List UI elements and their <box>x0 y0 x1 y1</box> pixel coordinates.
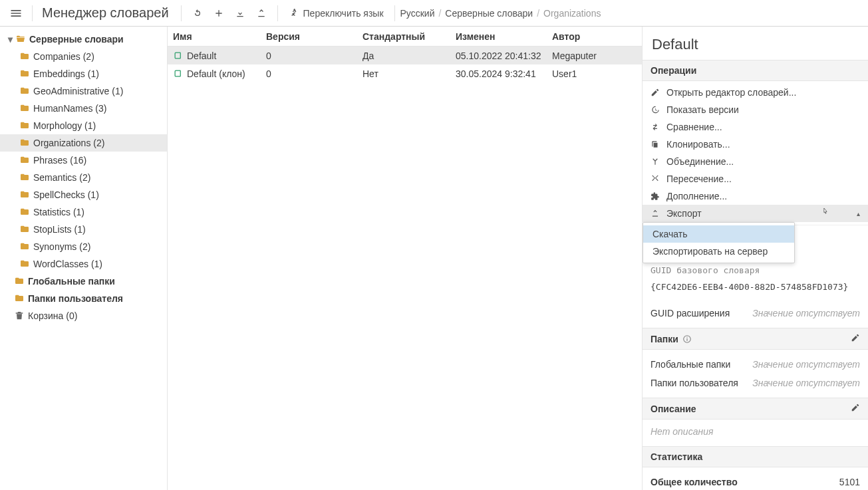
table-header: Имя Версия Стандартный Изменен Автор <box>168 27 642 47</box>
col-version[interactable]: Версия <box>266 31 362 42</box>
export-button[interactable] <box>251 3 272 24</box>
cell-modified: 05.10.2022 20:41:32 <box>456 51 552 61</box>
tree-item[interactable]: Companies (2) <box>0 48 167 65</box>
compare-icon <box>651 122 660 132</box>
upload-icon <box>651 209 660 218</box>
col-name[interactable]: Имя <box>173 31 266 42</box>
tree-item[interactable]: Semantics (2) <box>0 169 167 186</box>
base-guid-label-cut: GUID базового словаря <box>651 265 860 277</box>
tree-item[interactable]: GeoAdministrative (1) <box>0 82 167 100</box>
cell-standard: Нет <box>362 68 456 79</box>
tree-item[interactable]: Statistics (1) <box>0 203 167 221</box>
col-modified[interactable]: Изменен <box>456 31 552 42</box>
tree-user-folders[interactable]: Папки пользователя <box>0 290 167 307</box>
export-to-server[interactable]: Экспортировать на сервер <box>643 243 794 260</box>
pencil-icon <box>851 403 860 412</box>
tree-item-label: Morphology (1) <box>31 120 96 131</box>
book-icon <box>173 51 183 61</box>
total-label: Общее количество <box>651 477 738 487</box>
tree-root-label: Серверные словари <box>27 34 124 45</box>
tree-item-label: Synonyms (2) <box>31 241 90 252</box>
book-icon <box>173 68 183 78</box>
breadcrumb-language[interactable]: Русский <box>400 8 435 19</box>
tree-item-label: Organizations (2) <box>31 138 104 148</box>
folder-icon <box>13 293 25 304</box>
tree-item[interactable]: SpellChecks (1) <box>0 186 167 203</box>
tree-item-label: HumanNames (3) <box>31 103 106 114</box>
user-folders-label: Папки пользователя <box>651 378 738 388</box>
pencil-icon <box>651 88 660 97</box>
tree-item-label: Companies (2) <box>31 51 94 62</box>
cell-name: Default (клон) <box>187 68 245 79</box>
tree-item-label: GeoAdministrative (1) <box>31 86 123 96</box>
tree-trash-label: Корзина (0) <box>25 310 77 321</box>
description-empty: Нет описания <box>643 420 868 446</box>
tree-item[interactable]: Organizations (2) <box>0 134 167 152</box>
add-button[interactable] <box>208 3 229 24</box>
op-clone[interactable]: Клонировать... <box>643 136 868 153</box>
folder-icon <box>19 155 31 166</box>
tree-item[interactable]: Phrases (16) <box>0 152 167 169</box>
tree-item-label: StopLists (1) <box>31 224 86 235</box>
import-button[interactable] <box>229 3 251 24</box>
total-value: 5101 <box>839 477 860 487</box>
tree-user-label: Папки пользователя <box>25 293 123 304</box>
ext-guid-label: GUID расширения <box>651 308 730 318</box>
description-header: Описание <box>643 398 868 420</box>
folder-icon <box>19 259 31 269</box>
caret-up-icon: ▴ <box>857 210 860 217</box>
col-author[interactable]: Автор <box>552 31 642 42</box>
cell-name: Default <box>187 51 216 61</box>
export-submenu: Скачать Экспортировать на сервер <box>643 222 795 263</box>
tree-global-label: Глобальные папки <box>25 276 115 287</box>
tree-item[interactable]: StopLists (1) <box>0 221 167 238</box>
base-guid-value: {CFC42DE6-EEB4-40D0-882D-574858FD1073} <box>643 282 868 299</box>
menu-button[interactable] <box>5 3 27 24</box>
cell-author: User1 <box>552 68 642 79</box>
sidebar: ▾ Серверные словари Companies (2)Embeddi… <box>0 27 168 490</box>
export-download[interactable]: Скачать <box>643 225 794 243</box>
breadcrumb-current: Organizations <box>543 8 601 19</box>
tree-item[interactable]: Synonyms (2) <box>0 238 167 255</box>
op-open-editor[interactable]: Открыть редактор словарей... <box>643 84 868 101</box>
folder-icon <box>19 189 31 200</box>
folders-edit-button[interactable] <box>851 333 860 344</box>
caret-down-icon: ▾ <box>5 34 15 45</box>
tree-global-folders[interactable]: Глобальные папки <box>0 273 167 290</box>
table-row[interactable]: Default (клон)0Нет30.05.2024 9:32:41User… <box>168 64 642 82</box>
op-merge[interactable]: Объединение... <box>643 153 868 170</box>
tree-root-server-dictionaries[interactable]: ▾ Серверные словари <box>0 31 167 48</box>
op-export[interactable]: Экспорт ▴ Скачать Экспортировать на серв… <box>643 205 868 222</box>
cell-standard: Да <box>362 51 456 61</box>
info-icon[interactable] <box>682 334 692 344</box>
intersect-icon <box>651 174 660 184</box>
op-show-versions[interactable]: Показать версии <box>643 101 868 118</box>
op-complement[interactable]: Дополнение... <box>643 187 868 205</box>
global-folders-label: Глобальные папки <box>651 359 730 370</box>
folder-icon <box>13 276 25 287</box>
pencil-icon <box>851 333 860 342</box>
tree-item[interactable]: WordClasses (1) <box>0 255 167 273</box>
operations-header: Операции <box>643 60 868 81</box>
tree-item[interactable]: Morphology (1) <box>0 117 167 134</box>
switch-language-button[interactable]: Переключить язык <box>283 3 389 24</box>
tree-item[interactable]: Embeddings (1) <box>0 65 167 82</box>
cell-author: Megaputer <box>552 51 642 61</box>
folder-icon <box>19 51 31 62</box>
folder-icon <box>19 224 31 235</box>
breadcrumb-folder[interactable]: Серверные словари <box>445 8 533 19</box>
tree-item[interactable]: HumanNames (3) <box>0 100 167 117</box>
col-standard[interactable]: Стандартный <box>362 31 456 42</box>
folder-icon <box>19 207 31 217</box>
op-intersect[interactable]: Пересечение... <box>643 170 868 187</box>
table-row[interactable]: Default0Да05.10.2022 20:41:32Megaputer <box>168 47 642 64</box>
copy-icon <box>651 140 660 149</box>
translate-icon <box>289 8 299 19</box>
description-edit-button[interactable] <box>851 403 860 414</box>
tree-trash[interactable]: Корзина (0) <box>0 307 167 324</box>
cursor-pointer-icon <box>821 207 830 217</box>
merge-icon <box>651 157 660 166</box>
tree-item-label: Semantics (2) <box>31 172 90 183</box>
op-compare[interactable]: Сравнение... <box>643 118 868 136</box>
refresh-button[interactable] <box>187 3 208 24</box>
